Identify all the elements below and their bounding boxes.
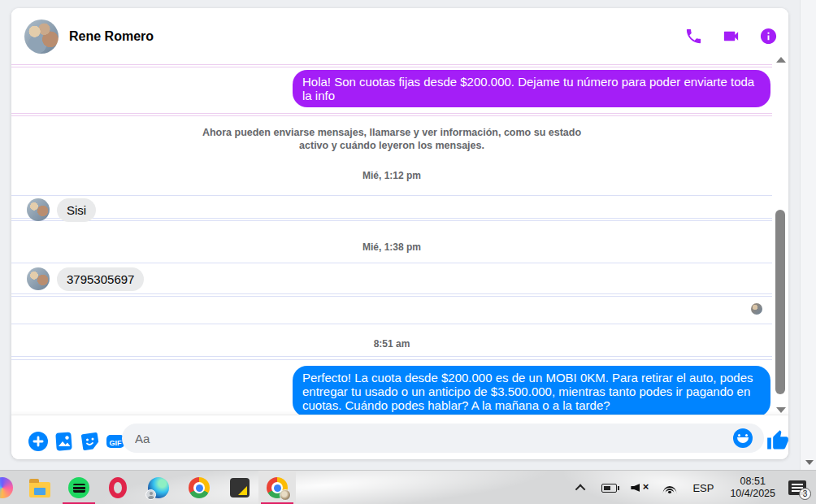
divider: [11, 64, 772, 65]
info-icon[interactable]: [759, 27, 778, 46]
scroll-up-icon[interactable]: [776, 57, 786, 63]
divider: [11, 218, 772, 219]
message-bubble-incoming[interactable]: 3795305697: [57, 267, 144, 291]
message-input-pill: [122, 424, 764, 453]
image-icon[interactable]: [54, 431, 75, 452]
like-icon[interactable]: [766, 429, 789, 452]
divider: [11, 115, 772, 116]
plus-icon[interactable]: [28, 431, 49, 452]
taskbar-edge-icon[interactable]: [140, 471, 177, 504]
timestamp: Mié, 1:12 pm: [11, 170, 772, 181]
browser-scrollbar[interactable]: [800, 0, 816, 470]
avatar: [27, 198, 50, 221]
message-input[interactable]: [135, 424, 704, 453]
taskbar-chrome-profile-icon[interactable]: [258, 471, 296, 504]
divider: [11, 195, 772, 196]
taskbar-chrome-icon[interactable]: [180, 471, 218, 504]
taskbar-opera-icon[interactable]: [99, 471, 137, 504]
message-composer: GIF: [11, 415, 788, 459]
phone-icon[interactable]: [684, 27, 703, 46]
seen-indicator: [751, 303, 762, 315]
scroll-down-icon[interactable]: [805, 460, 814, 465]
sticker-icon[interactable]: [80, 431, 101, 452]
volume-muted-icon[interactable]: [631, 482, 649, 493]
gif-label: GIF: [110, 439, 123, 447]
battery-icon[interactable]: [601, 484, 617, 493]
notification-count-badge: 3: [799, 488, 811, 500]
desktop-screen: Rene Romero H: [0, 0, 816, 504]
video-icon[interactable]: [722, 27, 740, 46]
divider: [11, 293, 772, 294]
chat-scrollbar[interactable]: [772, 50, 788, 413]
scroll-down-icon[interactable]: [776, 407, 786, 413]
tray-date: 10/4/2025: [730, 488, 775, 500]
taskbar-dark-app-icon[interactable]: [221, 471, 258, 504]
wifi-icon[interactable]: [662, 482, 677, 493]
message-bubble-incoming[interactable]: Sisi: [57, 198, 96, 222]
windows-taskbar: ESP 08:51 10/4/2025 3: [0, 470, 816, 504]
taskbar-spotify-icon[interactable]: [60, 471, 98, 504]
timestamp: 8:51 am: [11, 338, 772, 350]
divider: [11, 113, 772, 114]
divider: [11, 296, 772, 297]
divider: [11, 67, 772, 67]
divider: [11, 359, 772, 360]
divider: [11, 263, 772, 263]
chat-window: Rene Romero H: [11, 8, 788, 459]
language-indicator[interactable]: ESP: [692, 482, 714, 494]
scrollbar-thumb[interactable]: [775, 210, 785, 394]
divider: [11, 356, 772, 357]
divider: [11, 324, 772, 324]
message-bubble-outgoing[interactable]: Perfecto! La cuota desde $200.000 es de …: [293, 366, 770, 417]
chat-header: Rene Romero: [11, 8, 788, 64]
avatar: [27, 267, 50, 290]
clock[interactable]: 08:51 10/4/2025: [730, 476, 775, 500]
tray-chevron-up-icon[interactable]: [575, 484, 586, 494]
tray-time: 08:51: [730, 476, 775, 488]
emoji-icon[interactable]: [733, 428, 753, 448]
message-bubble-outgoing[interactable]: Hola! Son cuotas fijas desde $200.000. D…: [293, 70, 770, 107]
system-message: Ahora pueden enviarse mensajes, llamarse…: [11, 126, 772, 152]
taskbar-file-explorer-icon[interactable]: [21, 471, 59, 504]
timestamp: Mié, 1:38 pm: [11, 241, 772, 253]
notification-center-icon[interactable]: 3: [788, 480, 806, 495]
taskbar-copilot-icon[interactable]: [0, 471, 21, 504]
divider: [11, 220, 772, 221]
system-tray: ESP 08:51 10/4/2025 3: [569, 471, 816, 504]
avatar[interactable]: [24, 20, 59, 54]
chat-title: Rene Romero: [69, 29, 154, 44]
